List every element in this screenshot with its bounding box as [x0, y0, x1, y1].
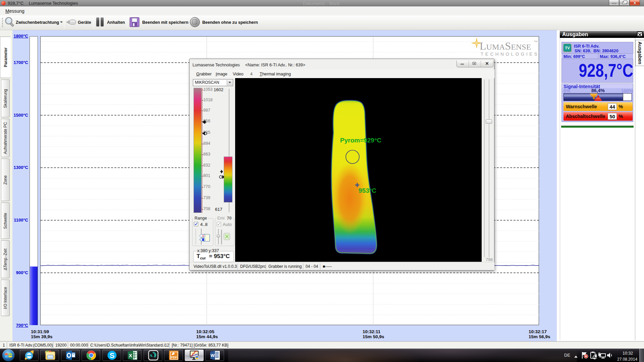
svg-text:S: S [110, 351, 115, 360]
svg-text:Pyrom=929°C: Pyrom=929°C [340, 137, 382, 144]
svg-text:X: X [129, 353, 132, 358]
svg-text:TM: TM [534, 40, 538, 43]
svg-text:TECHNOLOGIES: TECHNOLOGIES [481, 52, 539, 57]
svg-text:LUMASENSE: LUMASENSE [480, 40, 531, 52]
svg-text:W: W [211, 353, 215, 358]
svg-text:PDF: PDF [171, 355, 177, 359]
svg-text:953°C: 953°C [359, 187, 376, 194]
